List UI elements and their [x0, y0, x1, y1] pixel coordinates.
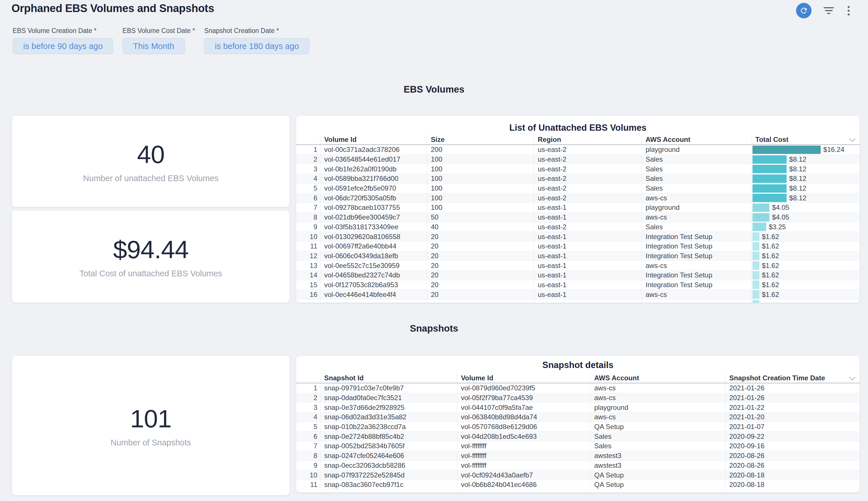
- column-header-aws-account[interactable]: AWS Account: [590, 373, 725, 383]
- cell-region[interactable]: us-east-1: [534, 242, 642, 251]
- cell-volume-id[interactable]: vol-03f5b3181733409ee: [320, 222, 427, 232]
- cell-volume-id[interactable]: vol-0b6b824b041ec4686: [457, 480, 590, 490]
- cell-aws-account[interactable]: aws-cs: [642, 213, 751, 222]
- cell-size[interactable]: 100: [427, 164, 534, 174]
- cell-aws-account[interactable]: aws-cs: [590, 383, 725, 393]
- cell-size[interactable]: 20: [427, 251, 534, 261]
- cell-size[interactable]: 20: [427, 261, 534, 270]
- cell-total-cost[interactable]: $1.62: [751, 251, 860, 261]
- filter-chip-volume-creation-date[interactable]: is before 90 days ago: [13, 38, 113, 54]
- cell-volume-id[interactable]: vol-05f2f79ba77ca4539: [457, 393, 590, 403]
- cell-volume-id[interactable]: vol-0591efce2fb5e0970: [320, 184, 427, 193]
- cell-region[interactable]: [534, 299, 642, 303]
- cell-aws-account[interactable]: aws-cs: [590, 393, 725, 403]
- cell-total-cost[interactable]: $8.12: [751, 155, 860, 164]
- cell-volume-id[interactable]: vol-0589bba321f766d00: [320, 174, 427, 183]
- cell-volume-id[interactable]: vol-013029620a8106558: [320, 232, 427, 241]
- chevron-down-icon[interactable]: [849, 374, 855, 380]
- cell-snapshot-id[interactable]: snap-0dad0fa0ec7fc3521: [320, 393, 457, 403]
- cell-region[interactable]: us-east-2: [534, 184, 642, 193]
- cell-snapshot-creation-date[interactable]: 2021-01-26: [725, 393, 860, 403]
- cell-aws-account[interactable]: Integration Test Setup: [642, 251, 751, 261]
- cell-snapshot-creation-date[interactable]: 2021-01-07: [725, 422, 860, 431]
- cell-size[interactable]: 20: [427, 290, 534, 299]
- cell-size[interactable]: 100: [427, 203, 534, 212]
- cell-aws-account[interactable]: playground: [642, 203, 751, 212]
- cell-total-cost[interactable]: $1.62: [751, 270, 860, 280]
- column-header-snapshot-id[interactable]: Snapshot Id: [320, 373, 457, 383]
- cell-size[interactable]: 100: [427, 184, 534, 193]
- cell-total-cost[interactable]: $4.05: [751, 203, 860, 212]
- cell-volume-id[interactable]: vol-06dc720f5305a05fb: [320, 193, 427, 203]
- cell-volume-id[interactable]: vol-044107c0f9a5fa7ae: [457, 403, 590, 412]
- cell-volume-id[interactable]: [320, 299, 427, 303]
- cell-total-cost[interactable]: $8.12: [751, 164, 860, 174]
- cell-aws-account[interactable]: aws-cs: [642, 193, 751, 203]
- cell-volume-id[interactable]: vol-021db96ee300459c7: [320, 213, 427, 222]
- cell-total-cost[interactable]: $8.12: [751, 184, 860, 193]
- cell-volume-id[interactable]: vol-036548544e61ed017: [320, 155, 427, 164]
- cell-size[interactable]: 100: [427, 155, 534, 164]
- refresh-button[interactable]: [796, 3, 812, 18]
- cell-snapshot-id[interactable]: snap-0e37d66de2f928925: [320, 403, 457, 412]
- cell-aws-account[interactable]: aws-cs: [642, 290, 751, 299]
- cell-aws-account[interactable]: playground: [642, 145, 751, 154]
- cell-total-cost[interactable]: $1.62: [751, 261, 860, 270]
- cell-aws-account[interactable]: Sales: [590, 431, 725, 441]
- column-header-volume-id[interactable]: Volume Id: [320, 135, 427, 144]
- column-header-region[interactable]: Region: [534, 135, 642, 144]
- cell-aws-account[interactable]: playground: [590, 403, 725, 412]
- cell-aws-account[interactable]: QA Setup: [590, 470, 725, 480]
- cell-total-cost[interactable]: $8.12: [751, 193, 860, 203]
- cell-snapshot-creation-date[interactable]: 2020-09-16: [725, 441, 860, 451]
- column-header-size[interactable]: Size: [427, 135, 534, 144]
- cell-size[interactable]: 20: [427, 242, 534, 251]
- cell-aws-account[interactable]: Sales: [642, 164, 751, 174]
- cell-volume-id[interactable]: vol-0879d960ed70239f5: [457, 383, 590, 393]
- cell-region[interactable]: us-east-2: [534, 174, 642, 183]
- cell-total-cost[interactable]: $16.24: [751, 145, 860, 154]
- cell-aws-account[interactable]: awstest3: [590, 451, 725, 461]
- cell-volume-id[interactable]: vol-0f127053c82b6a953: [320, 280, 427, 290]
- cell-volume-id[interactable]: vol-04658bed2327c74db: [320, 270, 427, 280]
- cell-volume-id[interactable]: vol-0606c04349da18efb: [320, 251, 427, 261]
- cell-region[interactable]: us-east-2: [534, 193, 642, 203]
- cell-snapshot-creation-date[interactable]: 2021-01-22: [725, 403, 860, 412]
- cell-aws-account[interactable]: Integration Test Setup: [642, 242, 751, 251]
- cell-aws-account[interactable]: Sales: [642, 174, 751, 183]
- cell-aws-account[interactable]: aws-cs: [642, 261, 751, 270]
- cell-region[interactable]: us-east-1: [534, 232, 642, 241]
- cell-volume-id[interactable]: vol-09278bcaeb1037755: [320, 203, 427, 212]
- cell-snapshot-id[interactable]: snap-0247cfe052464e606: [320, 451, 457, 461]
- cell-volume-id[interactable]: vol-0ee552c7c15e30959: [320, 261, 427, 270]
- column-header-aws-account[interactable]: AWS Account: [642, 135, 751, 144]
- cell-aws-account[interactable]: Integration Test Setup: [642, 280, 751, 290]
- cell-volume-id[interactable]: vol-04d208b1ed5c4e693: [457, 431, 590, 441]
- cell-volume-id[interactable]: vol-0ec446e414bfee4f4: [320, 290, 427, 299]
- cell-aws-account[interactable]: Sales: [590, 441, 725, 451]
- cell-aws-account[interactable]: awstest3: [590, 461, 725, 470]
- cell-size[interactable]: 50: [427, 213, 534, 222]
- cell-size[interactable]: 20: [427, 270, 534, 280]
- cell-size[interactable]: 200: [427, 145, 534, 154]
- cell-aws-account[interactable]: QA Setup: [590, 422, 725, 431]
- cell-region[interactable]: us-east-1: [534, 290, 642, 299]
- cell-total-cost[interactable]: $4.05: [751, 213, 860, 222]
- cell-snapshot-id[interactable]: snap-06d02ad3d31e35a82: [320, 413, 457, 422]
- cell-region[interactable]: us-east-2: [534, 222, 642, 232]
- cell-aws-account[interactable]: Sales: [642, 222, 751, 232]
- cell-snapshot-id[interactable]: snap-09791c03e7c0fe9b7: [320, 383, 457, 393]
- cell-snapshot-creation-date[interactable]: 2021-01-20: [725, 413, 860, 422]
- cell-size[interactable]: 100: [427, 174, 534, 183]
- filter-chip-snapshot-creation-date[interactable]: is before 180 days ago: [204, 38, 309, 54]
- cell-snapshot-creation-date[interactable]: 2020-08-18: [725, 480, 860, 490]
- cell-aws-account[interactable]: Sales: [642, 155, 751, 164]
- cell-region[interactable]: us-east-1: [534, 203, 642, 212]
- cell-region[interactable]: us-east-1: [534, 251, 642, 261]
- cell-region[interactable]: us-east-1: [534, 261, 642, 270]
- cell-total-cost[interactable]: $1.62: [751, 290, 860, 299]
- cell-aws-account[interactable]: Integration Test Setup: [642, 270, 751, 280]
- cell-snapshot-creation-date[interactable]: 2020-08-26: [725, 451, 860, 461]
- cell-total-cost[interactable]: $3.25: [751, 222, 860, 232]
- cell-volume-id[interactable]: vol-ffffffff: [457, 451, 590, 461]
